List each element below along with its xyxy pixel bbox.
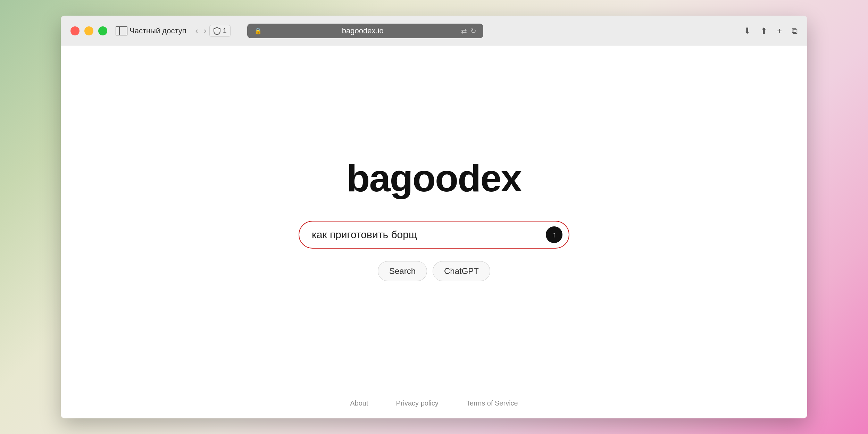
reload-icon[interactable]: ↻ bbox=[470, 27, 476, 35]
sidebar-toggle-icon[interactable] bbox=[116, 26, 127, 35]
new-tab-icon[interactable]: + bbox=[777, 26, 782, 36]
page-area: bagoodex ↑ Search ChatGPT About Privacy … bbox=[61, 46, 807, 418]
search-submit-button[interactable]: ↑ bbox=[546, 226, 562, 243]
forward-button[interactable]: › bbox=[201, 25, 209, 37]
private-mode-label: Частный доступ bbox=[130, 26, 186, 35]
shield-count: 1 bbox=[223, 27, 227, 35]
download-icon[interactable]: ⬇ bbox=[744, 26, 751, 36]
url-text: bagoodex.io bbox=[265, 26, 461, 35]
page-footer: About Privacy policy Terms of Service bbox=[61, 390, 807, 418]
shield-icon bbox=[213, 27, 221, 35]
url-icons: ⇄ ↻ bbox=[461, 27, 476, 35]
site-logo: bagoodex bbox=[347, 156, 521, 200]
about-link[interactable]: About bbox=[350, 399, 368, 407]
minimize-button[interactable] bbox=[84, 26, 93, 35]
lock-icon: 🔒 bbox=[254, 27, 262, 35]
url-bar[interactable]: 🔒 bagoodex.io ⇄ ↻ bbox=[247, 24, 483, 38]
svg-rect-0 bbox=[116, 26, 127, 35]
maximize-button[interactable] bbox=[98, 26, 107, 35]
chatgpt-button[interactable]: ChatGPT bbox=[433, 261, 490, 281]
submit-arrow-icon: ↑ bbox=[552, 231, 556, 239]
terms-link[interactable]: Terms of Service bbox=[466, 399, 518, 407]
tabs-overview-icon[interactable]: ⧉ bbox=[792, 26, 798, 36]
traffic-lights bbox=[70, 26, 107, 35]
search-container: ↑ bbox=[299, 221, 569, 249]
privacy-link[interactable]: Privacy policy bbox=[396, 399, 439, 407]
search-button[interactable]: Search bbox=[378, 261, 427, 281]
shield-badge[interactable]: 1 bbox=[209, 25, 231, 37]
translate-icon[interactable]: ⇄ bbox=[461, 27, 467, 35]
toolbar-right: ⬇ ⬆ + ⧉ bbox=[744, 26, 798, 36]
search-input[interactable] bbox=[299, 221, 569, 249]
close-button[interactable] bbox=[70, 26, 80, 35]
page-content: bagoodex ↑ Search ChatGPT bbox=[299, 46, 569, 418]
browser-window: Частный доступ ‹ › 1 🔒 bagoodex.io ⇄ ↻ ⬇… bbox=[61, 16, 807, 418]
back-button[interactable]: ‹ bbox=[193, 25, 201, 37]
title-bar: Частный доступ ‹ › 1 🔒 bagoodex.io ⇄ ↻ ⬇… bbox=[61, 16, 807, 46]
share-icon[interactable]: ⬆ bbox=[760, 26, 767, 36]
action-buttons: Search ChatGPT bbox=[378, 261, 490, 281]
